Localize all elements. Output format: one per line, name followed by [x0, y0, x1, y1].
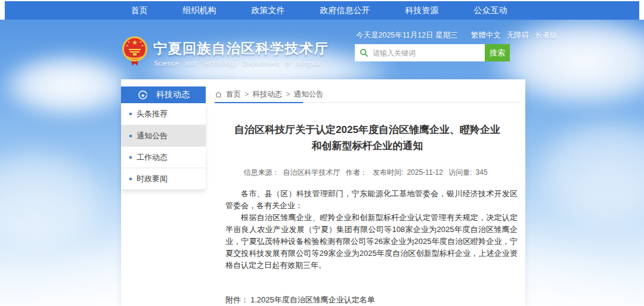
breadcrumb-home[interactable]: 首页 — [226, 89, 241, 100]
nav-item-sci-tech-resources[interactable]: 科技资源 — [405, 5, 439, 16]
svg-text:★: ★ — [132, 39, 138, 46]
top-navigation-bar: 首页 组织机构 政策文件 政府信息公开 科技资源 公众互动 — [5, 1, 639, 20]
attachments-list: 1.2025年度自治区雏鹰企业认定名单 2.2025年度自治区瞪羚企业认定名单 … — [250, 294, 398, 306]
meta-source: 自治区科学技术厅 — [283, 168, 340, 177]
sidebar-menu: 头条推荐 通知公告 工作动态 时政要闻 — [121, 103, 206, 190]
sidebar: ★ 科技动态 头条推荐 通知公告 工作动态 时政要闻 — [121, 86, 206, 190]
breadcrumb-separator: > — [244, 90, 249, 98]
home-icon — [215, 91, 222, 98]
nav-item-organization[interactable]: 组织机构 — [183, 5, 216, 16]
article-body: 各市、县（区）科技管理部门，宁东能源化工基地管委会，银川经济技术开发区管委会，各… — [215, 188, 520, 271]
meta-views: 345 — [476, 168, 488, 177]
site-logo-link[interactable]: ★ ★ ★ ★ ★ — [121, 36, 148, 67]
search-button[interactable]: 搜索 — [485, 44, 510, 61]
search-icon — [360, 48, 369, 57]
breadcrumb-notices[interactable]: 通知公告 — [294, 89, 324, 100]
meta-time-label: 发布时间: — [373, 168, 403, 177]
cloud — [0, 52, 137, 118]
svg-text:★: ★ — [126, 44, 129, 47]
breadcrumb: 首页 > 科技动态 > 通知公告 — [215, 86, 520, 103]
national-emblem-icon: ★ ★ ★ ★ ★ — [121, 36, 148, 67]
article-title: 自治区科技厅关于认定2025年度自治区雏鹰企业、瞪羚企业 和创新型标杆企业的通知 — [215, 122, 520, 154]
meta-time: 2025-11-12 — [407, 168, 443, 177]
article-meta: 信息来源：自治区科学技术厅 作者： 发布时间:2025-11-12 访问量:34… — [215, 168, 520, 178]
breadcrumb-separator: > — [286, 90, 290, 98]
article-title-line2: 和创新型标杆企业的通知 — [215, 138, 520, 154]
current-date: 今天是2025年11月12日 星期三 — [356, 30, 458, 41]
traditional-chinese-link[interactable]: 繁體中文 — [471, 30, 501, 41]
elderly-version-link[interactable]: 长者版 — [535, 30, 558, 41]
meta-source-label: 信息来源： — [243, 168, 279, 177]
nav-item-public-interaction[interactable]: 公众互动 — [474, 5, 507, 16]
content-wrapper: ★ 科技动态 头条推荐 通知公告 工作动态 时政要闻 首页 > 科技动态 > 通… — [121, 79, 525, 306]
svg-text:★: ★ — [141, 44, 144, 47]
sidebar-header: ★ 科技动态 — [121, 86, 206, 103]
sidebar-item-work-updates[interactable]: 工作动态 — [121, 146, 206, 168]
sidebar-item-headlines[interactable]: 头条推荐 — [121, 103, 206, 125]
header-utility-row: 今天是2025年11月12日 星期三 繁體中文 无障碍 长者版 — [356, 30, 520, 41]
accessibility-link[interactable]: 无障碍 — [507, 30, 530, 41]
meta-views-label: 访问量: — [448, 168, 472, 177]
svg-text:★: ★ — [141, 92, 145, 98]
site-search: 搜索 — [355, 44, 510, 61]
article-paragraph: 各市、县（区）科技管理部门，宁东能源化工基地管委会，银川经济技术开发区管委会，各… — [225, 188, 518, 212]
cloud — [0, 145, 107, 252]
main-column: 首页 > 科技动态 > 通知公告 自治区科技厅关于认定2025年度自治区雏鹰企业… — [215, 86, 520, 306]
article-paragraph: 根据自治区雏鹰企业、瞪羚企业和创新型标杆企业认定管理有关规定，决定认定半亩良人农… — [225, 212, 518, 271]
breadcrumb-sci-tech-news[interactable]: 科技动态 — [252, 89, 282, 100]
sidebar-item-current-politics[interactable]: 时政要闻 — [121, 168, 206, 189]
search-input[interactable] — [355, 44, 485, 61]
star-circle-icon: ★ — [138, 90, 148, 100]
site-subtitle: Science and Technology Department of Nin… — [154, 60, 320, 67]
cloud — [531, 115, 644, 228]
site-title: 宁夏回族自治区科学技术厅 — [153, 39, 329, 58]
nav-item-gov-info-disclosure[interactable]: 政府信息公开 — [320, 5, 370, 16]
meta-author-label: 作者： — [346, 168, 367, 177]
nav-item-home[interactable]: 首页 — [131, 5, 148, 16]
nav-item-policy-documents[interactable]: 政策文件 — [252, 5, 285, 16]
sidebar-item-notices[interactable]: 通知公告 — [121, 125, 206, 146]
article-title-line1: 自治区科技厅关于认定2025年度自治区雏鹰企业、瞪羚企业 — [215, 122, 520, 138]
sidebar-title: 科技动态 — [156, 89, 190, 100]
attachments-block: 附件： 1.2025年度自治区雏鹰企业认定名单 2.2025年度自治区瞪羚企业认… — [215, 294, 520, 306]
attachment-link-eagle-list[interactable]: 1.2025年度自治区雏鹰企业认定名单 — [250, 294, 398, 306]
attachments-label: 附件： — [225, 294, 250, 306]
